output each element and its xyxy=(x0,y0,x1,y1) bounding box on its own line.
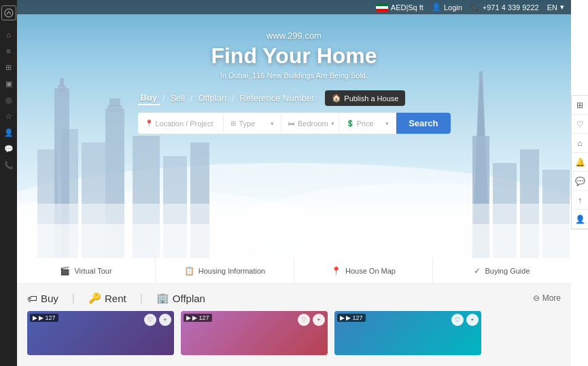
quick-links-bar: 🎬 Virtual Tour 📋 Housing Information 📍 H… xyxy=(17,258,571,284)
location-field[interactable]: 📍 Location / Project xyxy=(138,114,224,133)
publish-button[interactable]: 🏠 Publish a House xyxy=(325,90,405,106)
tool-profile-icon[interactable]: 👤 xyxy=(572,210,589,229)
map-icon: 📍 xyxy=(331,266,341,276)
hero-content: www.299.com Find Your Home In Dubai, 116… xyxy=(138,31,451,134)
nav-location-icon[interactable]: ◎ xyxy=(1,92,16,107)
type-placeholder: Type xyxy=(239,120,255,128)
tool-heart-icon[interactable]: ♡ xyxy=(572,115,589,134)
bedroom-field[interactable]: 🛏 Bedroom ▾ xyxy=(281,114,339,133)
card-actions-3: ♡ + xyxy=(451,314,479,326)
property-tabs: 🏷 Buy | 🔑 Rent | 🏢 Offplan ⊖ More xyxy=(27,292,561,304)
type-field[interactable]: ⊞ Type ▾ xyxy=(224,114,281,133)
location-icon: 📍 xyxy=(145,120,153,127)
buy-tab-label: Buy xyxy=(41,293,58,304)
right-toolbar: ⊞ ♡ ⌂ 🔔 💬 ↑ 👤 xyxy=(571,95,588,230)
house-map-label: House On Map xyxy=(345,267,396,275)
search-bar: 📍 Location / Project ⊞ Type ▾ 🛏 Bedroom … xyxy=(138,113,451,134)
card-add-1[interactable]: + xyxy=(159,314,171,326)
bedroom-placeholder: Bedroom xyxy=(298,120,328,128)
property-section: 🏷 Buy | 🔑 Rent | 🏢 Offplan ⊖ More ▶ ▶ 12… xyxy=(17,284,571,366)
play-icon: ▶ xyxy=(33,314,37,321)
card-video-badge-2: ▶ ▶ 127 xyxy=(184,314,212,322)
card-heart-3[interactable]: ♡ xyxy=(451,314,464,326)
card-actions-1: ♡ + xyxy=(144,314,171,326)
nav-home-icon[interactable]: ⌂ xyxy=(1,27,16,42)
card-add-2[interactable]: + xyxy=(313,314,325,326)
property-card-2[interactable]: ▶ ▶ 127 ♡ + xyxy=(181,311,328,355)
hero-url: www.299.com xyxy=(138,31,451,41)
card-heart-1[interactable]: ♡ xyxy=(144,314,156,326)
location-placeholder: Location / Project xyxy=(156,120,213,128)
scroll-down-indicator[interactable]: ∧∧ xyxy=(290,226,298,248)
tool-upload-icon[interactable]: ↑ xyxy=(572,191,589,210)
tab-sell[interactable]: Sell xyxy=(167,92,188,105)
check-icon: ✓ xyxy=(474,266,481,276)
nav-grid-icon[interactable]: ⊞ xyxy=(1,60,16,75)
play-icon-2: ▶ xyxy=(186,314,191,321)
tag-icon: 🏷 xyxy=(27,293,37,304)
more-link[interactable]: ⊖ More xyxy=(533,293,561,303)
property-cards: ▶ ▶ 127 ♡ + ▶ ▶ 127 ♡ + ▶ ▶ 127 xyxy=(27,311,561,355)
document-icon: 📋 xyxy=(184,266,194,276)
property-card-1[interactable]: ▶ ▶ 127 ♡ + xyxy=(27,311,174,355)
login-label: Login xyxy=(444,3,462,12)
tab-buy[interactable]: Buy xyxy=(138,91,160,105)
rent-tab-label: Rent xyxy=(105,293,126,304)
prop-tab-rent[interactable]: 🔑 Rent xyxy=(88,292,126,304)
tab-offplan[interactable]: Offplan xyxy=(195,92,229,105)
more-label: More xyxy=(542,293,561,303)
hero-subtitle: In Dubai, 116 New Buildings Are Being So… xyxy=(138,71,451,79)
virtual-tour-link[interactable]: 🎬 Virtual Tour xyxy=(17,258,156,283)
hero-title: Find Your Home xyxy=(138,43,451,69)
chevron-down-icon: ▾ xyxy=(560,3,564,12)
language-selector[interactable]: EN ▾ xyxy=(547,3,564,12)
card-video-badge-3: ▶ ▶ 127 xyxy=(337,314,366,322)
minus-circle-icon: ⊖ xyxy=(533,293,540,303)
tool-grid-icon[interactable]: ⊞ xyxy=(572,96,589,115)
prop-tab-buy[interactable]: 🏷 Buy xyxy=(27,293,58,304)
play-icon-3: ▶ xyxy=(340,314,345,321)
prop-tab-offplan[interactable]: 🏢 Offplan xyxy=(156,292,205,304)
card-video-badge-1: ▶ ▶ 127 xyxy=(30,314,58,322)
search-button[interactable]: Search xyxy=(396,113,450,134)
login-button[interactable]: 👤 Login xyxy=(432,3,462,12)
publish-label: Publish a House xyxy=(344,94,398,103)
phone-icon: 📞 xyxy=(470,3,480,12)
tool-comment-icon[interactable]: 💬 xyxy=(572,172,589,191)
key-icon: 🔑 xyxy=(88,292,101,304)
housing-info-link[interactable]: 📋 Housing Information xyxy=(156,258,294,283)
tab-reference[interactable]: Reference Number xyxy=(237,92,317,105)
house-map-link[interactable]: 📍 House On Map xyxy=(294,258,433,283)
property-card-3[interactable]: ▶ ▶ 127 ♡ + xyxy=(334,311,481,355)
nav-chart-icon[interactable]: ▣ xyxy=(1,76,16,91)
home-icon: 🏠 xyxy=(332,94,341,103)
language-label: EN xyxy=(547,3,557,12)
phone-label: +971 4 339 9222 xyxy=(483,3,539,12)
currency-label: AED|Sq ft xyxy=(391,3,423,12)
type-chevron-icon: ▾ xyxy=(271,120,274,127)
buying-guide-link[interactable]: ✓ Buying Guide xyxy=(433,258,571,283)
user-icon: 👤 xyxy=(432,3,441,12)
flag-icon xyxy=(376,3,388,12)
nav-chat-icon[interactable]: 💬 xyxy=(1,141,16,156)
logo[interactable] xyxy=(1,5,16,20)
virtual-tour-label: Virtual Tour xyxy=(74,267,111,275)
housing-info-label: Housing Information xyxy=(198,267,265,275)
svg-rect-10 xyxy=(60,78,64,86)
tool-bell-icon[interactable]: 🔔 xyxy=(572,153,589,172)
video-icon: 🎬 xyxy=(60,266,70,276)
nav-phone-icon[interactable]: 📞 xyxy=(1,158,16,172)
phone-number[interactable]: 📞 +971 4 339 9222 xyxy=(470,3,539,12)
currency-selector[interactable]: AED|Sq ft xyxy=(376,3,423,12)
nav-menu-icon[interactable]: ≡ xyxy=(1,43,16,58)
hero-section: www.299.com Find Your Home In Dubai, 116… xyxy=(17,0,571,258)
tool-home-icon[interactable]: ⌂ xyxy=(572,134,589,153)
search-tabs: Buy / Sell / Offplan / Reference Number … xyxy=(138,90,451,106)
card-heart-2[interactable]: ♡ xyxy=(298,314,310,326)
nav-user-icon[interactable]: 👤 xyxy=(1,125,16,140)
svg-point-0 xyxy=(5,9,13,17)
card-add-3[interactable]: + xyxy=(466,314,479,326)
price-field[interactable]: 💲 Price ▾ xyxy=(339,114,397,133)
offplan-tab-label: Offplan xyxy=(173,293,205,304)
nav-star-icon[interactable]: ☆ xyxy=(1,109,16,124)
